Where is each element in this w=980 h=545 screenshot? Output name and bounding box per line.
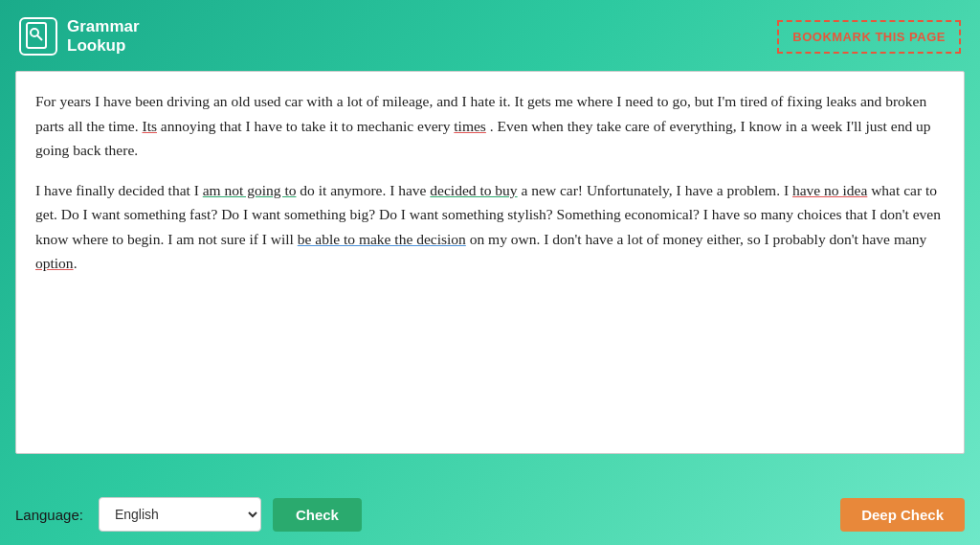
language-label: Language:: [15, 507, 83, 523]
bookmark-button[interactable]: BOOKMARK THIS PAGE: [777, 20, 961, 54]
check-button[interactable]: Check: [273, 498, 362, 532]
main-area: For years I have been driving an old use…: [0, 71, 980, 484]
logo-area: Grammar Lookup: [19, 17, 140, 57]
language-select[interactable]: English Spanish French German Portuguese: [99, 497, 261, 532]
times-word: times: [454, 118, 486, 134]
am-not-going-to: am not going to: [203, 182, 297, 198]
para2-start: I have finally decided that I: [35, 182, 199, 198]
para2-mid2: a new car! Unfortunately, I have a probl…: [522, 182, 790, 198]
its-word: Its: [142, 118, 157, 134]
svg-point-1: [31, 29, 38, 36]
decided-to-buy: decided to buy: [430, 182, 517, 198]
option-word: option: [35, 255, 74, 271]
paragraph-1: For years I have been driving an old use…: [35, 89, 945, 163]
para2-mid1: do it anymore. I have: [300, 182, 426, 198]
text-editor[interactable]: For years I have been driving an old use…: [15, 71, 965, 454]
para1-text2: annoying that I have to take it to mecha…: [161, 118, 451, 134]
logo-icon: [19, 17, 57, 56]
deep-check-button[interactable]: Deep Check: [840, 498, 965, 532]
svg-line-2: [37, 35, 42, 40]
have-no-idea: have no idea: [792, 182, 867, 198]
logo-line1: Grammar: [67, 17, 140, 36]
period: .: [74, 255, 78, 271]
para2-end: on my own. I don't have a lot of money e…: [470, 231, 927, 247]
bottom-bar: Language: English Spanish French German …: [0, 484, 980, 545]
paragraph-2: I have finally decided that I am not goi…: [35, 178, 945, 276]
logo-text: Grammar Lookup: [67, 17, 140, 57]
logo-line2: Lookup: [67, 36, 140, 56]
header: Grammar Lookup BOOKMARK THIS PAGE: [0, 0, 980, 71]
be-able-to-make: be able to make the decision: [298, 231, 466, 247]
